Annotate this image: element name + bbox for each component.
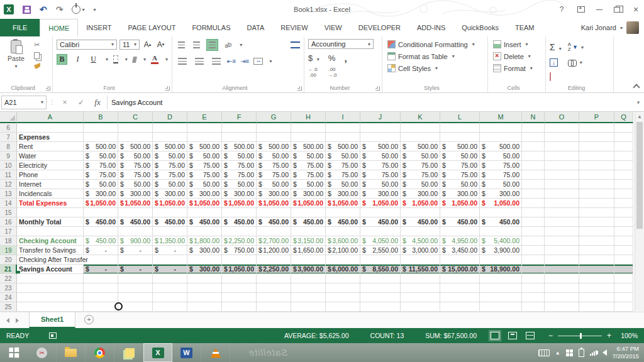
cell-J23[interactable] (360, 283, 401, 293)
cell-M23[interactable] (480, 283, 522, 293)
cell-F14[interactable]: $1,050.00 (222, 199, 257, 208)
taskbar-chrome[interactable] (86, 343, 114, 362)
col-header-K[interactable]: K (401, 112, 440, 123)
cell-B17[interactable] (84, 227, 118, 236)
col-header-B[interactable]: B (84, 112, 118, 123)
cell-H17[interactable] (291, 227, 326, 236)
restore-button[interactable] (614, 7, 620, 13)
cell-G7[interactable] (257, 133, 291, 142)
action-center-icon[interactable] (566, 349, 573, 356)
cell-H13[interactable]: $300.00 (291, 189, 326, 199)
format-cells-button[interactable]: Format▾ (492, 63, 534, 74)
number-dialog-launcher[interactable] (375, 86, 380, 90)
cell-A19[interactable]: Transfer to Savings (17, 246, 84, 255)
cell-F11[interactable]: $75.00 (222, 170, 257, 180)
cell-A15[interactable] (17, 208, 84, 217)
cell-H21[interactable]: $3,900.00 (291, 265, 326, 274)
row-header-6[interactable]: 6 (0, 123, 17, 133)
cell-E7[interactable] (187, 133, 222, 142)
cell-D12[interactable]: $50.00 (153, 180, 187, 189)
cell-A8[interactable]: Rent (17, 142, 84, 151)
borders-button[interactable] (113, 55, 118, 63)
cell-J9[interactable]: $50.00 (360, 151, 401, 161)
cell-C16[interactable]: $450.00 (118, 217, 153, 227)
col-header-I[interactable]: I (326, 112, 360, 123)
cell-L22[interactable] (440, 274, 480, 283)
cell-N16[interactable] (522, 217, 545, 227)
cell-B18[interactable]: $450.00 (84, 236, 118, 246)
cell-C18[interactable]: $900.00 (118, 236, 153, 246)
cell-Q20[interactable] (614, 255, 633, 265)
cell-K25[interactable] (401, 302, 440, 312)
cell-G22[interactable] (257, 274, 291, 283)
conditional-formatting-button[interactable]: Conditional Formatting▾ (386, 39, 476, 50)
taskbar-excel[interactable]: X (143, 343, 172, 362)
cell-Q7[interactable] (614, 133, 633, 142)
cell-B9[interactable]: $50.00 (84, 151, 118, 161)
cell-D14[interactable]: $1,050.00 (153, 199, 187, 208)
cell-P23[interactable] (579, 283, 614, 293)
cell-L15[interactable] (440, 208, 480, 217)
cell-J24[interactable] (360, 293, 401, 302)
cell-M25[interactable] (480, 302, 522, 312)
save-button[interactable] (23, 6, 31, 14)
cell-O10[interactable] (545, 161, 579, 170)
cell-C21[interactable]: $- (118, 265, 153, 274)
cell-O6[interactable] (545, 123, 579, 133)
row-header-24[interactable]: 24 (0, 293, 17, 302)
cell-N12[interactable] (522, 180, 545, 189)
cell-L6[interactable] (440, 123, 480, 133)
cell-A23[interactable] (17, 283, 84, 293)
cell-N14[interactable] (522, 199, 545, 208)
cell-P13[interactable] (579, 189, 614, 199)
format-as-table-button[interactable]: Format as Table▾ (386, 51, 476, 62)
decrease-font-button[interactable]: A▾ (155, 39, 166, 50)
col-header-H[interactable]: H (291, 112, 326, 123)
cell-M8[interactable]: $500.00 (480, 142, 522, 151)
ribbon-tab-team[interactable]: TEAM (507, 19, 543, 36)
cell-L9[interactable]: $50.00 (440, 151, 480, 161)
cell-A9[interactable]: Water (17, 151, 84, 161)
cell-G25[interactable] (257, 302, 291, 312)
cell-A22[interactable] (17, 274, 84, 283)
cell-I19[interactable]: $2,100.00 (326, 246, 360, 255)
cell-J7[interactable] (360, 133, 401, 142)
cell-N8[interactable] (522, 142, 545, 151)
delete-cells-button[interactable]: Delete▾ (492, 51, 534, 62)
cell-C12[interactable]: $50.00 (118, 180, 153, 189)
cell-J11[interactable]: $75.00 (360, 170, 401, 180)
ribbon-tab-page-layout[interactable]: PAGE LAYOUT (119, 19, 184, 36)
minimize-button[interactable] (596, 9, 602, 10)
cell-F19[interactable]: $750.00 (222, 246, 257, 255)
clear-button[interactable] (550, 73, 562, 80)
cell-G23[interactable] (257, 283, 291, 293)
cell-I6[interactable] (326, 123, 360, 133)
cell-J6[interactable] (360, 123, 401, 133)
cell-N10[interactable] (522, 161, 545, 170)
cell-L16[interactable]: $450.00 (440, 217, 480, 227)
find-select-button[interactable]: ▾ (568, 60, 584, 65)
expand-formula-bar-icon[interactable]: ▾ (634, 99, 643, 106)
cell-C11[interactable]: $75.00 (118, 170, 153, 180)
cell-M16[interactable]: $450.00 (480, 217, 522, 227)
ribbon-tab-quickbooks[interactable]: QuickBooks (453, 19, 507, 36)
cell-Q14[interactable] (614, 199, 633, 208)
cell-H19[interactable]: $1,650.00 (291, 246, 326, 255)
col-header-P[interactable]: P (579, 112, 614, 123)
cell-O16[interactable] (545, 217, 579, 227)
cell-J13[interactable]: $300.00 (360, 189, 401, 199)
cell-I8[interactable]: $500.00 (326, 142, 360, 151)
cell-O20[interactable] (545, 255, 579, 265)
cell-G17[interactable] (257, 227, 291, 236)
cell-J17[interactable] (360, 227, 401, 236)
alignment-dialog-launcher[interactable] (297, 86, 302, 90)
volume-icon[interactable] (602, 349, 607, 356)
cell-E12[interactable]: $50.00 (187, 180, 222, 189)
cell-P22[interactable] (579, 274, 614, 283)
cell-E6[interactable] (187, 123, 222, 133)
cell-N21[interactable] (522, 265, 545, 274)
cell-A16[interactable]: Monthly Total (17, 217, 84, 227)
clock[interactable]: 6:47 PM 7/20/2015 (613, 345, 639, 360)
cell-O25[interactable] (545, 302, 579, 312)
cell-Q21[interactable] (614, 265, 633, 274)
